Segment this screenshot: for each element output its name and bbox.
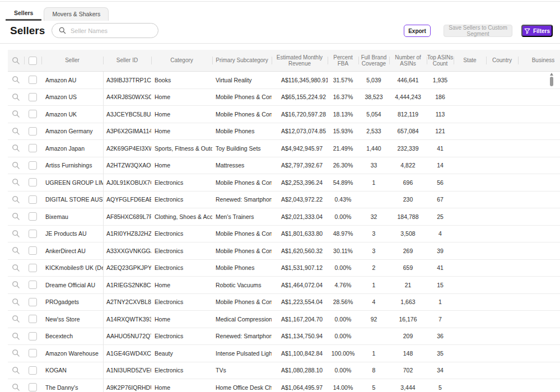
seller-id-cell: A9K2P76IQRHDU (103, 384, 151, 391)
seller-search[interactable] (52, 23, 158, 38)
tab-sellers[interactable]: Sellers (6, 7, 41, 21)
column-header-percent-fba[interactable]: Percent FBA (328, 50, 358, 71)
row-search-icon[interactable] (8, 298, 24, 306)
row-search-icon[interactable] (8, 315, 24, 323)
full-brand-coverage-cell: 3 (358, 248, 389, 254)
estimated-monthly-revenue-cell: A$1,531,907.12 (272, 264, 328, 271)
number-of-asins-cell: 812,119 (389, 111, 427, 118)
export-button[interactable]: Export (404, 25, 431, 37)
estimated-monthly-revenue-cell: A$12,073,074.85 (272, 128, 328, 134)
column-header-top-asins-count[interactable]: Top ASINs Count (427, 50, 454, 71)
row-search-icon[interactable] (8, 383, 24, 391)
row-search-icon[interactable] (8, 349, 24, 357)
row-checkbox[interactable] (24, 298, 41, 306)
column-header-full-brand-coverage[interactable]: Full Brand Coverage (358, 50, 389, 71)
column-header-country[interactable]: Country (486, 50, 518, 71)
seller-name-cell: Dreame Official AU (41, 282, 103, 288)
row-checkbox[interactable] (24, 349, 41, 357)
row-search-icon[interactable] (8, 178, 24, 186)
row-search-icon[interactable] (8, 230, 24, 238)
full-brand-coverage-cell: 4 (358, 298, 389, 305)
percent-fba-cell: 0.43% (328, 196, 358, 203)
row-checkbox[interactable] (24, 246, 41, 255)
row-search-icon[interactable] (8, 366, 24, 375)
row-checkbox[interactable] (24, 178, 41, 186)
category-cell: Electronics (151, 298, 212, 305)
filters-button[interactable]: Filters (521, 25, 553, 37)
percent-fba-cell: 28.56% (328, 298, 358, 305)
row-checkbox[interactable] (24, 127, 41, 136)
vertical-scrollbar[interactable] (549, 73, 553, 391)
row-checkbox[interactable] (24, 281, 41, 289)
row-search-icon[interactable] (8, 281, 24, 289)
row-checkbox[interactable] (24, 383, 41, 391)
scrollbar-up-arrow-icon[interactable] (550, 73, 553, 76)
header-select-all-checkbox[interactable] (24, 50, 41, 71)
row-checkbox[interactable] (24, 315, 41, 323)
row-search-icon[interactable] (8, 110, 24, 118)
row-search-icon[interactable] (8, 161, 24, 170)
row-checkbox[interactable] (24, 144, 41, 152)
column-header-category[interactable]: Category (151, 50, 212, 71)
row-checkbox[interactable] (24, 161, 41, 170)
column-header-business[interactable]: Business (518, 50, 560, 71)
top-asins-count-cell: 41 (427, 264, 454, 271)
row-checkbox[interactable] (24, 110, 41, 118)
seller-id-cell: A1NI3URD5ZVE01 (103, 367, 151, 374)
column-header-estimated-monthly-revenue[interactable]: Estimated Monthly Revenue (272, 50, 328, 71)
table-row: Amazon Warehouse A1GE4GWD4XC0D9 Beauty I… (8, 345, 560, 362)
row-search-icon[interactable] (8, 127, 24, 136)
row-checkbox[interactable] (24, 332, 41, 340)
seller-name-cell: Artiss Furnishings (41, 162, 103, 169)
scrollbar-thumb[interactable] (550, 77, 553, 86)
number-of-asins-cell: 230 (389, 196, 427, 203)
column-header-primary-subcategory[interactable]: Primary Subcategory (212, 50, 272, 71)
row-checkbox[interactable] (24, 195, 41, 204)
table-row: Dreame Official AU A1RIEGS2NK8C3X Home R… (8, 277, 560, 294)
primary-subcategory-cell: Robotic Vacuums (212, 282, 272, 288)
table-row: AnkerDirect AU A33XXGVNKGGJCW Electronic… (8, 242, 560, 260)
row-checkbox[interactable] (24, 76, 41, 84)
row-search-icon[interactable] (8, 195, 24, 204)
column-header-number-of-asins[interactable]: Number of ASINs (389, 50, 427, 71)
category-cell: Home (151, 316, 212, 323)
percent-fba-cell: 0.00% (328, 316, 358, 323)
row-checkbox[interactable] (24, 93, 41, 101)
column-header-state[interactable]: State (454, 50, 486, 71)
column-header-seller[interactable]: Seller (41, 50, 103, 71)
save-segment-button[interactable]: Save Sellers to Custom Segment (444, 25, 512, 37)
row-search-icon[interactable] (8, 76, 24, 84)
row-checkbox[interactable] (24, 212, 41, 221)
row-search-icon[interactable] (8, 264, 24, 272)
percent-fba-cell: 30.11% (328, 248, 358, 254)
header-search-icon[interactable] (8, 50, 24, 71)
estimated-monthly-revenue-cell: A$2,021,333.04 (272, 213, 328, 220)
seller-name-cell: Amazon Warehouse (41, 350, 103, 357)
seller-search-input[interactable] (71, 27, 149, 34)
tab-movers-shakers[interactable]: Movers & Shakers (44, 7, 109, 21)
top-asins-count-cell: 15 (427, 282, 454, 288)
category-cell: Home (151, 94, 212, 100)
table-header-row: Seller Seller ID Category Primary Subcat… (8, 50, 560, 72)
seller-id-cell: A4XRJ8S0WXSO0 (103, 94, 151, 100)
row-search-icon[interactable] (8, 212, 24, 221)
number-of-asins-cell: 148 (389, 350, 427, 357)
row-checkbox[interactable] (24, 366, 41, 375)
row-checkbox[interactable] (24, 230, 41, 238)
number-of-asins-cell: 446,641 (389, 77, 427, 83)
number-of-asins-cell: 21 (389, 282, 427, 288)
primary-subcategory-cell: Renewed: Smartphones (212, 333, 272, 339)
toolbar-actions: Export Save Sellers to Custom Segment Fi… (404, 25, 553, 37)
seller-id-cell: A2HTZW3QXAOFKJ (103, 162, 151, 169)
row-search-icon[interactable] (8, 246, 24, 255)
top-asins-count-cell: 25 (427, 213, 454, 220)
row-search-icon[interactable] (8, 144, 24, 152)
row-search-icon[interactable] (8, 332, 24, 340)
page-title: Sellers (10, 25, 45, 37)
row-checkbox[interactable] (24, 264, 41, 272)
top-asins-count-cell: 39 (427, 248, 454, 254)
table-row: KOGAN A1NI3URD5ZVE01 Electronics TVs A$1… (8, 362, 560, 380)
full-brand-coverage-cell: 92 (358, 316, 389, 323)
row-search-icon[interactable] (8, 93, 24, 101)
column-header-seller-id[interactable]: Seller ID (103, 50, 151, 71)
